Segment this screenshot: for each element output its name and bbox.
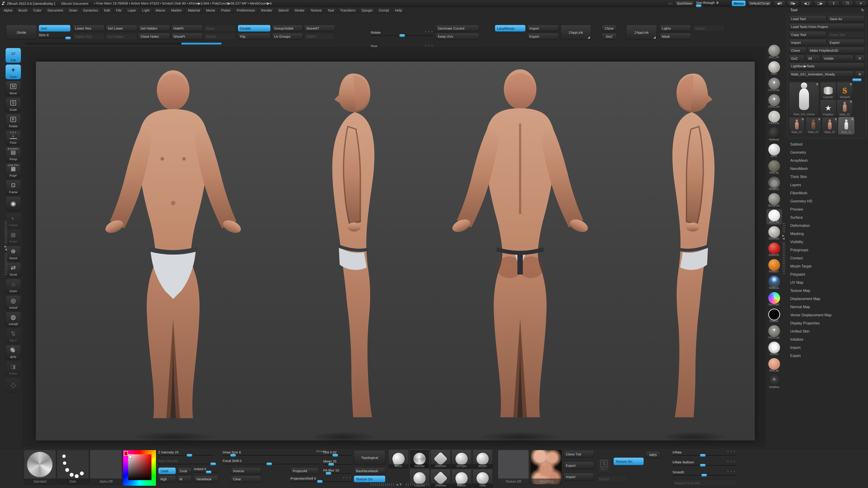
smt-button[interactable]: Smt: [39, 25, 70, 32]
see-through-slider[interactable]: See-through 0: [696, 1, 730, 6]
menu-tab[interactable]: Tool: [325, 7, 337, 13]
left-tool-button[interactable]: Scale: [5, 97, 21, 112]
double-button[interactable]: Double: [238, 25, 271, 32]
shelf-scrollbar-thumb[interactable]: [181, 43, 221, 44]
copy-tool-button[interactable]: Copy Tool: [789, 31, 827, 38]
m-button[interactable]: M: [177, 476, 192, 482]
brush-texture-thumbnail[interactable]: ~BrushTxtr: [530, 450, 562, 485]
topological-button[interactable]: Topological: [354, 450, 385, 465]
menu-tab[interactable]: Movie: [203, 7, 218, 13]
load-tool-button[interactable]: Load Tool: [789, 15, 827, 22]
shelf-scrollbar[interactable]: [25, 43, 221, 44]
prev-document-icon[interactable]: ◀❏: [801, 0, 812, 6]
material-swatch[interactable]: HSVColo: [767, 325, 782, 340]
left-tool-button[interactable]: Transp: [5, 213, 21, 228]
left-tool-button[interactable]: Xpose: [5, 246, 21, 261]
tool-thumbnail[interactable]: 8 Male_01: [805, 117, 821, 134]
goz-button[interactable]: GoZ: [602, 33, 617, 40]
material-swatch[interactable]: ReflectR: [767, 242, 782, 257]
dist-slider[interactable]: Dist 0.02: [323, 450, 351, 456]
canvas-left-scrollbar2[interactable]: [4, 254, 7, 276]
brush-shortcut[interactable]: Morph: [472, 449, 493, 468]
material-swatch[interactable]: HSVColo: [767, 77, 782, 92]
tool-subpalette-item[interactable]: Thick Skin: [787, 173, 867, 181]
tool-inventory-slider[interactable]: [790, 78, 864, 80]
left-tool-button[interactable]: Pt Sel: [5, 229, 21, 244]
keep-uvs-button[interactable]: Keep UVs: [436, 33, 479, 40]
menu-tab[interactable]: Zplugin: [359, 7, 375, 13]
menu-tab[interactable]: Stencil: [276, 7, 291, 13]
bottom-shelf-scrollbar[interactable]: [371, 483, 394, 486]
rotate-slider[interactable]: Rotatex y z: [371, 31, 433, 36]
brush-shortcut[interactable]: ZRemes: [430, 449, 451, 468]
left-tool-button[interactable]: Draw: [5, 64, 21, 79]
tool-subpalette-item[interactable]: Display Properties: [787, 319, 867, 327]
inflate-balloon-slider[interactable]: Inflate Balloonx y z: [673, 460, 736, 466]
zsub-button[interactable]: Zsub: [177, 467, 192, 474]
material-scrollbar2[interactable]: [782, 242, 785, 274]
menu-tab[interactable]: Document: [45, 7, 66, 13]
tool-import-button[interactable]: Import: [789, 39, 827, 46]
menu-tab[interactable]: Stroke: [292, 7, 307, 13]
tool-export-button[interactable]: Export: [828, 39, 865, 46]
mean-slider[interactable]: Mean 25: [323, 459, 351, 465]
material-swatch[interactable]: Blinn: [767, 143, 782, 158]
tool-subpalette-item[interactable]: Initialize: [787, 335, 867, 344]
lazymouse-button[interactable]: LazyMouse: [495, 25, 526, 32]
material-swatch[interactable]: Reflecte: [767, 275, 782, 290]
divide-button[interactable]: Divide: [6, 25, 37, 40]
left-tool-button[interactable]: Flip V: [5, 328, 21, 343]
tool-subpalette-item[interactable]: Normal Map: [787, 303, 867, 311]
focal-shift-slider[interactable]: Focal Shift 0: [223, 459, 320, 464]
tool-subpalette-item[interactable]: Polypaint: [787, 270, 867, 279]
goz-r-button[interactable]: R: [855, 55, 865, 62]
left-tool-button[interactable]: Move: [5, 81, 21, 96]
left-tool-button[interactable]: Scroll: [5, 262, 21, 277]
texture-on-button[interactable]: Texture On: [354, 476, 385, 482]
goz-all-button[interactable]: All: [806, 55, 820, 62]
material-swatch[interactable]: Satin: [767, 61, 782, 76]
rgb-button[interactable]: Rgb: [158, 476, 176, 482]
del-lower-button[interactable]: Del Lower: [105, 25, 137, 32]
left-tool-button[interactable]: Edit: [5, 48, 21, 63]
uv-groups-button[interactable]: Uv Groups: [272, 33, 303, 40]
menu-tab[interactable]: File: [114, 7, 124, 13]
close-holes-button[interactable]: Close Holes: [138, 33, 170, 40]
tool-subpalette-item[interactable]: Geometry HD: [787, 197, 867, 205]
scroll-right-icon[interactable]: ‖‖▶: [787, 0, 799, 6]
tool-subpalette-item[interactable]: Texture Map: [787, 287, 867, 295]
clone-button[interactable]: Clone: [602, 25, 617, 32]
minimize-icon[interactable]: ↧: [828, 0, 839, 6]
save-as-button[interactable]: Save As: [828, 15, 865, 22]
mask-clear-button[interactable]: Clear: [231, 476, 261, 482]
menu-tab[interactable]: Render: [258, 7, 275, 13]
next-document-icon[interactable]: ❏▶: [814, 0, 826, 6]
menu-tab[interactable]: Texture: [308, 7, 324, 13]
export-disabled-button[interactable]: Export: [597, 475, 627, 482]
delmt-button[interactable]: DelMT: [304, 33, 335, 40]
del-higher-button[interactable]: Del Higher: [105, 33, 137, 40]
repeat-to-active-button[interactable]: Repeat To Active: [673, 479, 737, 486]
smooth-slider[interactable]: Smoothx y z: [673, 470, 736, 476]
menu-tab[interactable]: Material: [185, 7, 203, 13]
tool-subpalette-item[interactable]: Geometry: [787, 149, 867, 157]
tool-subpalette-item[interactable]: Layers: [787, 181, 867, 189]
left-tool-button[interactable]: BPR: [5, 345, 21, 360]
material-swatch[interactable]: MetalicC: [767, 176, 782, 191]
flip-v-button[interactable]: Flip V: [597, 458, 611, 473]
material-swatch[interactable]: FastSha: [767, 110, 782, 125]
tool-subpalette-item[interactable]: Vector Displacement Map: [787, 311, 867, 319]
saturation-value-square[interactable]: [128, 454, 151, 480]
canvas-left-scroll-arrows[interactable]: ▶◀: [4, 245, 7, 251]
texture-on-toggle[interactable]: Texture On: [614, 457, 644, 465]
material-swatch[interactable]: Outline: [767, 308, 782, 323]
tool-subpalette-item[interactable]: Contact: [787, 254, 867, 262]
brush-shortcut[interactable]: Inflat: [472, 469, 493, 488]
groupvisible-button[interactable]: GroupVisible: [272, 25, 303, 32]
tool-thumbnail[interactable]: 8 Male_01: [837, 99, 853, 117]
color-picker[interactable]: [123, 450, 156, 486]
paste-tool-button[interactable]: Paste Tool: [828, 31, 865, 38]
tool-subpalette-item[interactable]: Displacement Map: [787, 295, 867, 303]
restore-icon[interactable]: ❐: [841, 0, 853, 6]
menu-tab[interactable]: Edit: [101, 7, 113, 13]
